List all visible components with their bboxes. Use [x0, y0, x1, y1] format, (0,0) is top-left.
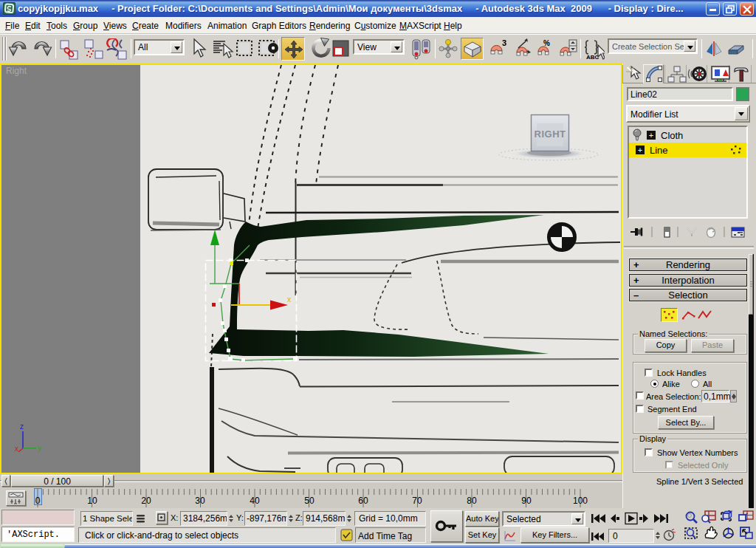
svg-text:Right: Right — [6, 66, 27, 76]
svg-text:3: 3 — [502, 39, 506, 47]
svg-text:z: z — [20, 422, 24, 431]
svg-text:%: % — [543, 39, 550, 47]
svg-text:x: x — [15, 445, 18, 453]
svg-text:ABC: ABC — [586, 54, 599, 60]
svg-text:x: x — [287, 295, 291, 304]
svg-text:y: y — [38, 444, 41, 452]
svg-text:RIGHT: RIGHT — [535, 129, 566, 140]
